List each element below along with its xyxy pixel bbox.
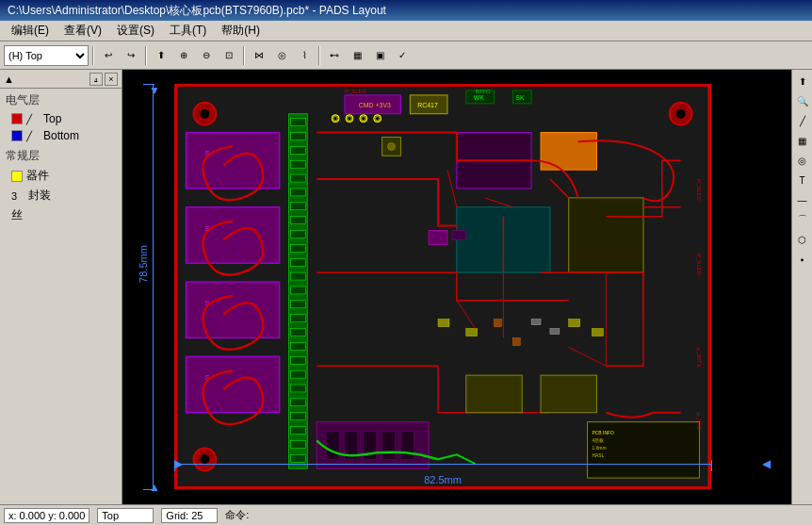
toolbar-drc[interactable]: ✓ (392, 45, 413, 66)
rtb-pour[interactable]: ▪ (793, 250, 812, 269)
svg-text:SK: SK (515, 94, 525, 101)
rtb-polygon[interactable]: ⬡ (793, 230, 812, 249)
svg-rect-32 (291, 427, 306, 435)
svg-text:P_SLED: P_SLED (696, 254, 702, 275)
svg-rect-15 (291, 189, 306, 196)
right-toolbar: ⬆ 🔍 ╱ ▦ ◎ T — ⌒ ⬡ ▪ (791, 70, 812, 504)
svg-rect-16 (291, 203, 306, 210)
panel-pin-icon: ▲ (4, 74, 14, 85)
svg-rect-58 (494, 320, 501, 327)
svg-text:RC417: RC417 (417, 102, 438, 108)
layer-comp-item[interactable]: 器件 (0, 166, 122, 186)
svg-rect-59 (512, 337, 520, 345)
rtb-zoom[interactable]: 🔍 (793, 91, 812, 110)
toolbar: (H) Top(H) BottomSilk TopSilk Bottom ↩ ↪… (0, 41, 812, 70)
dim-line-horizontal (174, 464, 711, 465)
svg-text:BTFO: BTFO (476, 89, 491, 94)
menu-view[interactable]: 查看(V) (57, 21, 109, 41)
dim-arrow-bottom: ▲ (149, 481, 160, 494)
toolbar-separator-1 (92, 46, 94, 65)
rtb-route[interactable]: ╱ (793, 111, 812, 130)
svg-text:4层板: 4层板 (593, 437, 605, 443)
pcb-board[interactable]: S S S S (174, 84, 711, 489)
menu-edit[interactable]: 编辑(E) (4, 21, 57, 41)
svg-text:P_SLED: P_SLED (345, 89, 366, 94)
rtb-component[interactable]: ▦ (793, 131, 812, 150)
canvas-area[interactable]: S S S S (122, 70, 791, 504)
svg-point-93 (334, 117, 337, 120)
dim-line-vertical (153, 84, 154, 489)
title-bar: C:\Users\Administrator\Desktop\核心板pcb(BT… (0, 0, 812, 21)
toolbar-undo[interactable]: ↩ (98, 45, 119, 66)
panel-close-button[interactable]: × (105, 73, 118, 86)
svg-rect-103 (452, 231, 466, 240)
status-coords: x: 0.000 y: 0.000 (4, 508, 89, 523)
svg-rect-68 (382, 432, 396, 460)
pcb-svg: S S S S (176, 86, 709, 487)
layer-pkg-item[interactable]: 3 封装 (0, 186, 122, 205)
layer-top-item[interactable]: ╱ Top (0, 110, 122, 127)
menu-tools[interactable]: 工具(T) (162, 21, 214, 41)
toolbar-zoom-out[interactable]: ⊖ (196, 45, 217, 66)
rtb-select[interactable]: ⬆ (793, 72, 812, 90)
svg-rect-13 (291, 160, 306, 168)
toolbar-3d[interactable]: ▣ (369, 45, 390, 66)
toolbar-measure[interactable]: ⊷ (324, 45, 345, 66)
svg-rect-102 (429, 231, 447, 245)
toolbar-zoom-in[interactable]: ⊕ (173, 45, 194, 66)
layer-silk-label: 丝 (11, 207, 23, 223)
dim-tick-bottom (143, 489, 154, 490)
svg-rect-14 (291, 174, 306, 182)
layer-select[interactable]: (H) Top(H) BottomSilk TopSilk Bottom (4, 45, 89, 66)
toolbar-component[interactable]: ▦ (347, 45, 367, 66)
svg-rect-27 (291, 356, 306, 364)
layer-silk-item[interactable]: 丝 (0, 205, 122, 225)
menu-settings[interactable]: 设置(S) (109, 21, 162, 41)
svg-text:PCB INFO: PCB INFO (593, 431, 614, 435)
layer-top-color (11, 113, 23, 124)
svg-rect-62 (569, 320, 580, 327)
title-text: C:\Users\Administrator\Desktop\核心板pcb(BT… (8, 3, 386, 19)
toolbar-zoom-fit[interactable]: ⊡ (219, 45, 239, 66)
svg-rect-55 (569, 198, 643, 272)
toolbar-route[interactable]: ⋈ (249, 45, 269, 66)
panel-pin-button[interactable]: ₄ (89, 73, 103, 86)
svg-text:1.6mm: 1.6mm (593, 446, 607, 451)
panel-controls: ₄ × (89, 73, 118, 86)
dim-label-horizontal: 82.5mm (174, 474, 711, 485)
toolbar-select[interactable]: ⬆ (151, 45, 171, 66)
menu-bar: 编辑(E) 查看(V) 设置(S) 工具(T) 帮助(H) (0, 21, 812, 41)
toolbar-trace[interactable]: ⌇ (294, 45, 315, 66)
svg-point-97 (362, 117, 365, 120)
svg-rect-30 (291, 399, 306, 406)
svg-rect-22 (291, 287, 306, 294)
section-regular-layers: 常规层 (0, 144, 122, 166)
svg-rect-12 (291, 146, 306, 154)
svg-rect-18 (291, 231, 306, 238)
rtb-text[interactable]: T (793, 171, 812, 189)
svg-point-38 (676, 109, 686, 119)
dim-tick-top (143, 84, 154, 85)
dim-arrow-top: ▼ (149, 84, 160, 97)
rtb-via[interactable]: ◎ (793, 151, 812, 170)
svg-point-36 (200, 109, 209, 119)
section-electric-layers: 电气层 (0, 89, 122, 110)
toolbar-via[interactable]: ◎ (271, 45, 292, 66)
svg-rect-53 (541, 133, 596, 171)
rtb-arc[interactable]: ⌒ (793, 210, 812, 229)
svg-point-40 (200, 454, 209, 464)
svg-rect-1 (187, 133, 280, 189)
rtb-line[interactable]: — (793, 190, 812, 209)
toolbar-separator-4 (318, 46, 320, 65)
svg-rect-101 (541, 375, 596, 413)
layer-bottom-item[interactable]: ╱ Bottom (0, 127, 122, 144)
svg-text:μ_TLO: μ_TLO (696, 413, 702, 431)
layer-comp-color (11, 171, 23, 182)
svg-text:CMD +3V3: CMD +3V3 (359, 102, 391, 108)
dim-arrow-right: ◀ (762, 457, 771, 470)
svg-rect-29 (291, 385, 306, 392)
svg-rect-24 (291, 315, 306, 322)
toolbar-redo[interactable]: ↪ (121, 45, 141, 66)
toolbar-separator-3 (243, 46, 245, 65)
menu-help[interactable]: 帮助(H) (214, 21, 268, 41)
